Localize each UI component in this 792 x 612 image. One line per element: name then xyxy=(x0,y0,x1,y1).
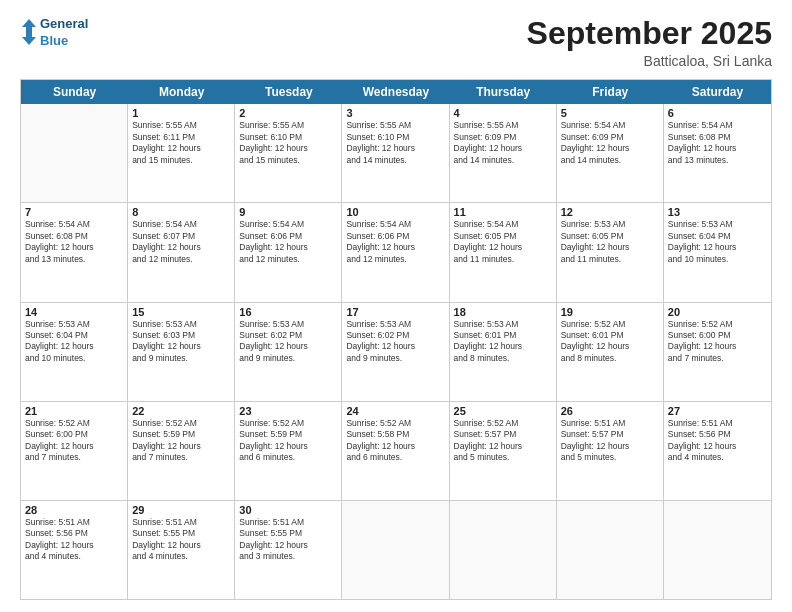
day-of-week-tuesday: Tuesday xyxy=(235,80,342,104)
day-info: Sunrise: 5:54 AM Sunset: 6:08 PM Dayligh… xyxy=(25,219,123,265)
logo-container: General Blue xyxy=(20,16,88,50)
day-info: Sunrise: 5:51 AM Sunset: 5:57 PM Dayligh… xyxy=(561,418,659,464)
day-number: 9 xyxy=(239,206,337,218)
day-of-week-friday: Friday xyxy=(557,80,664,104)
cal-cell: 17Sunrise: 5:53 AM Sunset: 6:02 PM Dayli… xyxy=(342,303,449,401)
day-number: 13 xyxy=(668,206,767,218)
day-of-week-sunday: Sunday xyxy=(21,80,128,104)
cal-cell: 25Sunrise: 5:52 AM Sunset: 5:57 PM Dayli… xyxy=(450,402,557,500)
cal-cell: 14Sunrise: 5:53 AM Sunset: 6:04 PM Dayli… xyxy=(21,303,128,401)
day-number: 25 xyxy=(454,405,552,417)
day-info: Sunrise: 5:55 AM Sunset: 6:10 PM Dayligh… xyxy=(239,120,337,166)
day-of-week-monday: Monday xyxy=(128,80,235,104)
cal-cell xyxy=(450,501,557,599)
day-info: Sunrise: 5:51 AM Sunset: 5:56 PM Dayligh… xyxy=(25,517,123,563)
day-number: 30 xyxy=(239,504,337,516)
cal-cell: 11Sunrise: 5:54 AM Sunset: 6:05 PM Dayli… xyxy=(450,203,557,301)
cal-cell: 26Sunrise: 5:51 AM Sunset: 5:57 PM Dayli… xyxy=(557,402,664,500)
cal-cell: 19Sunrise: 5:52 AM Sunset: 6:01 PM Dayli… xyxy=(557,303,664,401)
day-number: 1 xyxy=(132,107,230,119)
logo-bird-icon xyxy=(20,17,38,49)
day-info: Sunrise: 5:54 AM Sunset: 6:06 PM Dayligh… xyxy=(346,219,444,265)
cal-cell: 5Sunrise: 5:54 AM Sunset: 6:09 PM Daylig… xyxy=(557,104,664,202)
cal-cell: 1Sunrise: 5:55 AM Sunset: 6:11 PM Daylig… xyxy=(128,104,235,202)
day-of-week-saturday: Saturday xyxy=(664,80,771,104)
day-number: 20 xyxy=(668,306,767,318)
day-info: Sunrise: 5:52 AM Sunset: 5:57 PM Dayligh… xyxy=(454,418,552,464)
day-info: Sunrise: 5:52 AM Sunset: 5:59 PM Dayligh… xyxy=(132,418,230,464)
day-info: Sunrise: 5:54 AM Sunset: 6:05 PM Dayligh… xyxy=(454,219,552,265)
calendar-header: SundayMondayTuesdayWednesdayThursdayFrid… xyxy=(21,80,771,104)
cal-cell: 18Sunrise: 5:53 AM Sunset: 6:01 PM Dayli… xyxy=(450,303,557,401)
day-number: 21 xyxy=(25,405,123,417)
cal-cell: 8Sunrise: 5:54 AM Sunset: 6:07 PM Daylig… xyxy=(128,203,235,301)
day-of-week-wednesday: Wednesday xyxy=(342,80,449,104)
cal-cell: 6Sunrise: 5:54 AM Sunset: 6:08 PM Daylig… xyxy=(664,104,771,202)
location: Batticaloa, Sri Lanka xyxy=(527,53,772,69)
day-number: 7 xyxy=(25,206,123,218)
day-info: Sunrise: 5:53 AM Sunset: 6:02 PM Dayligh… xyxy=(239,319,337,365)
cal-cell: 13Sunrise: 5:53 AM Sunset: 6:04 PM Dayli… xyxy=(664,203,771,301)
day-info: Sunrise: 5:51 AM Sunset: 5:55 PM Dayligh… xyxy=(132,517,230,563)
day-info: Sunrise: 5:52 AM Sunset: 6:00 PM Dayligh… xyxy=(668,319,767,365)
cal-cell: 16Sunrise: 5:53 AM Sunset: 6:02 PM Dayli… xyxy=(235,303,342,401)
cal-cell: 10Sunrise: 5:54 AM Sunset: 6:06 PM Dayli… xyxy=(342,203,449,301)
day-info: Sunrise: 5:55 AM Sunset: 6:11 PM Dayligh… xyxy=(132,120,230,166)
day-info: Sunrise: 5:55 AM Sunset: 6:09 PM Dayligh… xyxy=(454,120,552,166)
cal-cell: 15Sunrise: 5:53 AM Sunset: 6:03 PM Dayli… xyxy=(128,303,235,401)
day-number: 26 xyxy=(561,405,659,417)
cal-cell: 4Sunrise: 5:55 AM Sunset: 6:09 PM Daylig… xyxy=(450,104,557,202)
cal-cell: 3Sunrise: 5:55 AM Sunset: 6:10 PM Daylig… xyxy=(342,104,449,202)
cal-cell: 21Sunrise: 5:52 AM Sunset: 6:00 PM Dayli… xyxy=(21,402,128,500)
day-number: 11 xyxy=(454,206,552,218)
week-row-4: 21Sunrise: 5:52 AM Sunset: 6:00 PM Dayli… xyxy=(21,402,771,501)
day-number: 4 xyxy=(454,107,552,119)
logo-text: General Blue xyxy=(40,16,88,50)
day-info: Sunrise: 5:51 AM Sunset: 5:56 PM Dayligh… xyxy=(668,418,767,464)
day-number: 27 xyxy=(668,405,767,417)
cal-cell: 27Sunrise: 5:51 AM Sunset: 5:56 PM Dayli… xyxy=(664,402,771,500)
day-number: 14 xyxy=(25,306,123,318)
logo: General Blue xyxy=(20,16,88,50)
day-info: Sunrise: 5:54 AM Sunset: 6:08 PM Dayligh… xyxy=(668,120,767,166)
day-info: Sunrise: 5:54 AM Sunset: 6:07 PM Dayligh… xyxy=(132,219,230,265)
day-number: 22 xyxy=(132,405,230,417)
day-info: Sunrise: 5:55 AM Sunset: 6:10 PM Dayligh… xyxy=(346,120,444,166)
week-row-1: 1Sunrise: 5:55 AM Sunset: 6:11 PM Daylig… xyxy=(21,104,771,203)
day-info: Sunrise: 5:53 AM Sunset: 6:01 PM Dayligh… xyxy=(454,319,552,365)
calendar: SundayMondayTuesdayWednesdayThursdayFrid… xyxy=(20,79,772,600)
day-number: 3 xyxy=(346,107,444,119)
day-number: 24 xyxy=(346,405,444,417)
day-info: Sunrise: 5:53 AM Sunset: 6:04 PM Dayligh… xyxy=(668,219,767,265)
calendar-body: 1Sunrise: 5:55 AM Sunset: 6:11 PM Daylig… xyxy=(21,104,771,599)
day-info: Sunrise: 5:53 AM Sunset: 6:02 PM Dayligh… xyxy=(346,319,444,365)
day-number: 8 xyxy=(132,206,230,218)
day-info: Sunrise: 5:52 AM Sunset: 6:00 PM Dayligh… xyxy=(25,418,123,464)
header: General Blue September 2025 Batticaloa, … xyxy=(20,16,772,69)
week-row-3: 14Sunrise: 5:53 AM Sunset: 6:04 PM Dayli… xyxy=(21,303,771,402)
cal-cell: 22Sunrise: 5:52 AM Sunset: 5:59 PM Dayli… xyxy=(128,402,235,500)
cal-cell xyxy=(664,501,771,599)
cal-cell xyxy=(557,501,664,599)
cal-cell: 29Sunrise: 5:51 AM Sunset: 5:55 PM Dayli… xyxy=(128,501,235,599)
day-info: Sunrise: 5:53 AM Sunset: 6:03 PM Dayligh… xyxy=(132,319,230,365)
day-number: 2 xyxy=(239,107,337,119)
day-number: 15 xyxy=(132,306,230,318)
day-info: Sunrise: 5:54 AM Sunset: 6:06 PM Dayligh… xyxy=(239,219,337,265)
cal-cell: 7Sunrise: 5:54 AM Sunset: 6:08 PM Daylig… xyxy=(21,203,128,301)
cal-cell: 23Sunrise: 5:52 AM Sunset: 5:59 PM Dayli… xyxy=(235,402,342,500)
svg-marker-0 xyxy=(22,19,36,45)
cal-cell xyxy=(342,501,449,599)
cal-cell: 12Sunrise: 5:53 AM Sunset: 6:05 PM Dayli… xyxy=(557,203,664,301)
logo-general: General xyxy=(40,16,88,33)
day-info: Sunrise: 5:54 AM Sunset: 6:09 PM Dayligh… xyxy=(561,120,659,166)
title-section: September 2025 Batticaloa, Sri Lanka xyxy=(527,16,772,69)
day-number: 6 xyxy=(668,107,767,119)
day-info: Sunrise: 5:51 AM Sunset: 5:55 PM Dayligh… xyxy=(239,517,337,563)
day-number: 17 xyxy=(346,306,444,318)
day-info: Sunrise: 5:52 AM Sunset: 5:59 PM Dayligh… xyxy=(239,418,337,464)
day-number: 10 xyxy=(346,206,444,218)
day-of-week-thursday: Thursday xyxy=(450,80,557,104)
cal-cell: 28Sunrise: 5:51 AM Sunset: 5:56 PM Dayli… xyxy=(21,501,128,599)
cal-cell: 2Sunrise: 5:55 AM Sunset: 6:10 PM Daylig… xyxy=(235,104,342,202)
